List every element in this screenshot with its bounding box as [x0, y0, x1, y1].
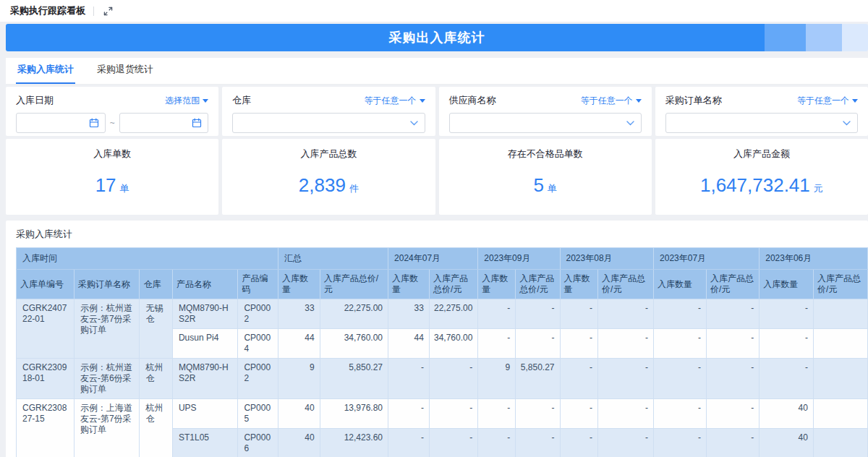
column-group-header: 入库时间 [17, 248, 278, 270]
cell-value: 9 [478, 359, 516, 399]
filter-warehouse: 仓库 等于任意一个 [222, 87, 435, 136]
table-row: CGRK240722-01示例：杭州道友云-第7份采购订单无锡仓MQM8790-… [17, 299, 868, 329]
filter-mode-link[interactable]: 等于任意一个 [365, 95, 425, 107]
column-header: 入库数量 [278, 270, 320, 299]
start-date-input[interactable] [16, 113, 106, 133]
filter-label: 采购订单名称 [665, 94, 722, 107]
cell-value: - [478, 399, 516, 429]
filter-label: 供应商名称 [449, 94, 496, 107]
cell-value: - [560, 359, 598, 399]
table-scroll-area[interactable]: 入库时间汇总2024年07月2023年09月2023年08月2023年07月20… [16, 247, 868, 457]
cell-product-code: CP0002 [238, 299, 278, 329]
tabs-strip: 采购入库统计 采购退货统计 [6, 58, 868, 85]
cell-value: - [707, 299, 760, 329]
cell-value [813, 359, 867, 399]
table-row: CGRK230918-01示例：杭州道友云-第6份采购订单杭州仓MQM8790-… [17, 359, 868, 399]
cell-value: - [429, 359, 477, 399]
kpi-value: 1,647,732.41元 [700, 174, 823, 197]
cell-order-name: 示例：杭州道友云-第6份采购订单 [74, 359, 140, 399]
kpi-title: 入库产品金额 [733, 148, 790, 161]
cell-value: 5,850.27 [320, 359, 388, 399]
kpi-title: 入库产品总数 [300, 148, 357, 161]
column-group-header: 2024年07月 [388, 248, 478, 270]
kpi-title: 存在不合格品单数 [508, 148, 583, 161]
column-header: 产品名称 [172, 270, 237, 299]
column-header: 入库单编号 [17, 270, 75, 299]
kpi-title: 入库单数 [93, 148, 131, 161]
fullscreen-expand-icon[interactable] [102, 5, 114, 17]
cell-value [813, 429, 867, 457]
cell-value: - [707, 329, 760, 359]
cell-value: - [516, 429, 560, 457]
filter-inbound-date: 入库日期 选择范围 ~ [6, 87, 218, 136]
cell-warehouse: 无锡仓 [140, 299, 173, 359]
kpi-inbound-product-total: 入库产品总数 2,839件 [222, 139, 435, 215]
kpi-inbound-order-count: 入库单数 17单 [6, 139, 218, 215]
kpi-unit: 单 [120, 182, 129, 195]
table-row: CGRK230827-15示例：上海道友云-第7份采购订单杭州仓UPSCP000… [17, 399, 868, 429]
end-date-input[interactable] [119, 113, 209, 133]
cell-value: - [429, 399, 477, 429]
cell-value: - [478, 329, 516, 359]
column-header: 入库数量 [388, 270, 430, 299]
warehouse-select[interactable] [232, 113, 425, 133]
cell-value: - [478, 429, 516, 457]
cell-value: - [388, 399, 430, 429]
column-header: 入库产品总价/元 [707, 270, 760, 299]
chevron-down-icon [843, 121, 851, 126]
cell-value: - [516, 329, 560, 359]
cell-value: - [516, 399, 560, 429]
filter-mode-link[interactable]: 选择范围 [165, 95, 208, 107]
top-bar: 采购执行跟踪看板 [0, 0, 868, 22]
cell-order-name: 示例：上海道友云-第7份采购订单 [74, 399, 140, 457]
chevron-down-icon [410, 121, 418, 126]
cell-order-name: 示例：杭州道友云-第7份采购订单 [74, 299, 140, 359]
cell-value: 33 [278, 299, 320, 329]
cell-product-code: CP0006 [238, 429, 278, 457]
cell-value: 12,423.60 [320, 429, 388, 457]
cell-value: - [598, 329, 654, 359]
kpi-value: 5单 [533, 174, 556, 197]
column-group-header: 汇总 [278, 248, 388, 270]
column-header: 入库数量 [654, 270, 707, 299]
cell-product-name: ST1L05 [172, 429, 237, 457]
calendar-icon [192, 118, 202, 128]
tab-return-stats[interactable]: 采购退货统计 [95, 56, 155, 84]
column-group-header: 2023年07月 [654, 248, 760, 270]
cell-warehouse: 杭州仓 [140, 359, 173, 399]
cell-product-name: UPS [172, 399, 237, 429]
cell-product-code: CP0005 [238, 399, 278, 429]
column-header: 入库产品总价/元 [598, 270, 654, 299]
cell-value: - [560, 329, 598, 359]
cell-value: - [760, 329, 814, 359]
calendar-icon [89, 118, 99, 128]
cell-value [813, 299, 867, 329]
cell-value: - [598, 399, 654, 429]
cell-value: 44 [278, 329, 320, 359]
cell-value: - [654, 429, 707, 457]
table-card: 采购入库统计 入库时间汇总2024年07月2023年09月2023年08月202… [6, 221, 868, 457]
filter-label: 入库日期 [16, 94, 54, 107]
filter-mode-link[interactable]: 等于任意一个 [581, 95, 642, 107]
tab-inbound-stats[interactable]: 采购入库统计 [16, 56, 75, 84]
cell-value: - [707, 399, 760, 429]
cell-value [813, 399, 867, 429]
supplier-select[interactable] [449, 113, 642, 133]
cell-product-code: CP0002 [238, 359, 278, 399]
filter-row: 入库日期 选择范围 ~ 仓库 [6, 87, 868, 136]
purchase-order-select[interactable] [665, 113, 858, 133]
chevron-down-icon [626, 121, 634, 126]
cell-value: 34,760.00 [429, 329, 477, 359]
cell-value: - [598, 299, 654, 329]
cell-value: 34,760.00 [320, 329, 388, 359]
filter-mode-link[interactable]: 等于任意一个 [797, 95, 858, 107]
cell-value: - [760, 359, 814, 399]
filter-purchase-order: 采购订单名称 等于任意一个 [655, 87, 868, 136]
purchase-inbound-table: 入库时间汇总2024年07月2023年09月2023年08月2023年07月20… [16, 247, 868, 457]
cell-value: 40 [760, 429, 814, 457]
cell-value: 33 [388, 299, 430, 329]
kpi-unit: 件 [349, 182, 359, 195]
cell-value: - [598, 429, 654, 457]
cell-value: 44 [388, 329, 430, 359]
filter-supplier: 供应商名称 等于任意一个 [439, 87, 652, 136]
